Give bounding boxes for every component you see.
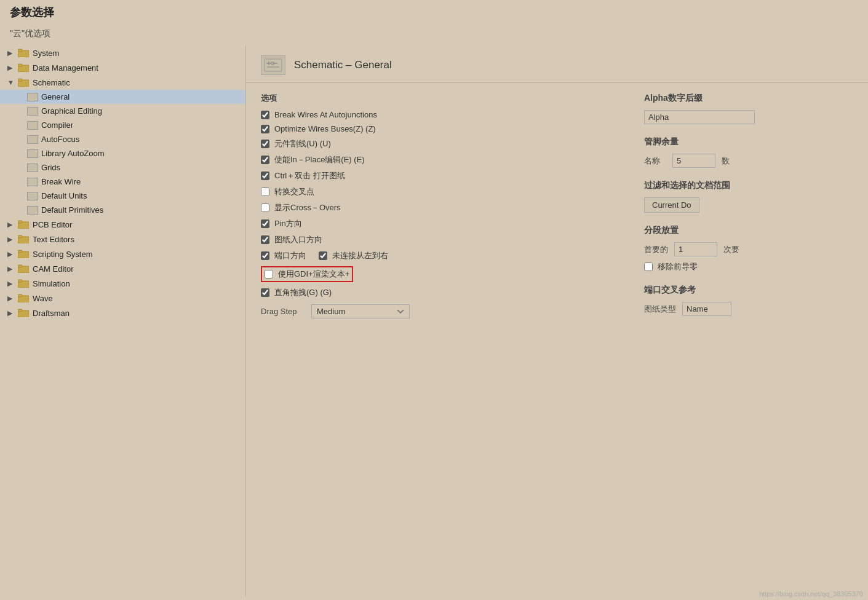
folder-icon <box>17 264 30 274</box>
page-icon <box>27 164 38 172</box>
straight-drag-checkbox[interactable] <box>261 288 269 297</box>
arrow-icon: ▶ <box>7 49 16 57</box>
checkbox-label: Break Wires At Autojunctions <box>274 110 377 119</box>
page-title: 参数选择 <box>0 0 868 25</box>
arrow-icon: ▶ <box>7 280 16 288</box>
sidebar-label: Default Primitives <box>41 205 103 215</box>
svg-rect-13 <box>18 265 22 267</box>
checkbox-label: 元件割线(U) (U) <box>274 138 331 149</box>
sidebar-item-default-units[interactable]: Default Units <box>0 189 245 203</box>
sidebar-item-graphical-editing[interactable]: Graphical Editing <box>0 104 245 118</box>
content-header: Schematic – General <box>246 45 868 83</box>
sidebar-item-compiler[interactable]: Compiler <box>0 118 245 132</box>
break-wires-checkbox[interactable] <box>261 111 269 119</box>
sidebar-item-draftsman[interactable]: ▶ Draftsman <box>0 306 245 320</box>
sidebar-label: Default Units <box>41 191 87 200</box>
checkbox-label: 使用GDI+渲染文本+ <box>278 269 349 280</box>
num-label: 数 <box>722 156 730 167</box>
checkbox-sheet-entry-direction: 图纸入口方向 <box>261 234 629 245</box>
sidebar-label: Wave <box>33 294 53 303</box>
checkbox-label: 图纸入口方向 <box>274 234 322 245</box>
checkbox-label: Pin方向 <box>274 218 302 229</box>
port-cross-ref-section: 端口交叉参考 图纸类型 <box>644 285 853 316</box>
component-cut-checkbox[interactable] <box>261 140 269 148</box>
svg-rect-15 <box>18 280 22 282</box>
sidebar-label: Data Management <box>33 63 98 73</box>
alpha-input[interactable] <box>644 110 755 124</box>
checkbox-component-cut: 元件割线(U) (U) <box>261 138 629 149</box>
sidebar-item-simulation[interactable]: ▶ Simulation <box>0 276 245 291</box>
current-doc-button[interactable]: Current Do <box>644 197 699 213</box>
page-icon <box>27 149 38 158</box>
sidebar-item-library-autozoom[interactable]: Library AutoZoom <box>0 146 245 160</box>
convert-crossover-checkbox[interactable] <box>261 188 269 196</box>
content-title: Schematic – General <box>294 59 392 71</box>
name-value-input[interactable] <box>672 154 715 168</box>
arrow-icon: ▶ <box>7 221 16 229</box>
show-cross-overs-checkbox[interactable] <box>261 203 269 212</box>
folder-icon <box>17 77 30 87</box>
checkbox-break-wires: Break Wires At Autojunctions <box>261 110 629 119</box>
checkbox-pin-direction: Pin方向 <box>261 218 629 229</box>
checkbox-straight-drag: 直角拖拽(G) (G) <box>261 287 629 298</box>
sidebar-item-autofocus[interactable]: AutoFocus <box>0 132 245 146</box>
content-area: Schematic – General 选项 Break Wires At Au… <box>246 45 868 596</box>
sidebar-item-wave[interactable]: ▶ Wave <box>0 291 245 306</box>
segment-primary-row: 首要的 次要 <box>644 242 853 256</box>
port-cross-ref-title: 端口交叉参考 <box>644 285 853 296</box>
checkbox-label: 使能In－Place编辑(E) (E) <box>274 154 365 165</box>
checkbox-label: Optimize Wires Buses(Z) (Z) <box>274 124 376 133</box>
checkbox-port-direction: 端口方向 <box>261 250 306 261</box>
svg-rect-11 <box>18 250 22 253</box>
port-direction-checkbox[interactable] <box>261 251 269 260</box>
pin-direction-checkbox[interactable] <box>261 219 269 228</box>
in-place-edit-checkbox[interactable] <box>261 156 269 164</box>
checkbox-label: 直角拖拽(G) (G) <box>274 287 332 298</box>
pin-margin-title: 管脚余量 <box>644 136 853 148</box>
sidebar-item-grids[interactable]: Grids <box>0 160 245 175</box>
sidebar-item-schematic[interactable]: ▼ Schematic <box>0 75 245 90</box>
chart-type-input[interactable] <box>682 302 731 316</box>
sidebar-label: AutoFocus <box>41 135 79 144</box>
arrow-icon: ▼ <box>7 79 16 86</box>
sidebar-item-break-wire[interactable]: Break Wire <box>0 175 245 189</box>
gdi-render-checkbox[interactable] <box>265 270 273 278</box>
sidebar-item-pcb-editor[interactable]: ▶ PCB Editor <box>0 217 245 232</box>
svg-rect-20 <box>265 59 282 71</box>
sidebar-item-system[interactable]: ▶ System <box>0 45 245 60</box>
sidebar-item-default-primitives[interactable]: Default Primitives <box>0 203 245 217</box>
content-body: 选项 Break Wires At Autojunctions Optimize… <box>246 83 868 338</box>
sidebar-item-cam-editor[interactable]: ▶ CAM Editor <box>0 261 245 276</box>
filter-title: 过滤和选择的文档范围 <box>644 180 853 191</box>
folder-icon <box>17 48 30 58</box>
folder-icon <box>17 293 30 303</box>
drag-step-label: Drag Step <box>261 307 304 316</box>
folder-icon <box>17 234 30 244</box>
page-icon <box>27 107 38 116</box>
sidebar-item-scripting-system[interactable]: ▶ Scripting System <box>0 247 245 261</box>
arrow-icon: ▶ <box>7 294 16 302</box>
right-column: Alpha数字后缀 管脚余量 名称 数 过滤和选择的文档范围 Current D… <box>644 93 853 328</box>
sidebar-item-general[interactable]: General <box>0 90 245 104</box>
sheet-entry-direction-checkbox[interactable] <box>261 235 269 244</box>
filter-section: 过滤和选择的文档范围 Current Do <box>644 180 853 213</box>
ctrl-dbl-click-checkbox[interactable] <box>261 172 269 180</box>
remove-leading-zero-row: 移除前导零 <box>644 261 853 272</box>
optimize-wires-checkbox[interactable] <box>261 125 269 133</box>
double-checkbox-row: 端口方向 未连接从左到右 <box>261 250 629 261</box>
primary-value-input[interactable] <box>674 242 717 256</box>
checkbox-optimize-wires: Optimize Wires Buses(Z) (Z) <box>261 124 629 133</box>
alpha-section: Alpha数字后缀 <box>644 93 853 124</box>
sidebar-label: Library AutoZoom <box>41 149 105 158</box>
unconnected-ltr-checkbox[interactable] <box>319 251 327 260</box>
sidebar-item-text-editors[interactable]: ▶ Text Editors <box>0 232 245 247</box>
drag-step-row: Drag Step Small Medium Large <box>261 304 629 318</box>
checkbox-ctrl-dbl-click: Ctrl＋双击 打开图纸 <box>261 170 629 181</box>
sidebar-item-data-management[interactable]: ▶ Data Management <box>0 60 245 75</box>
drag-step-select[interactable]: Small Medium Large <box>311 304 410 318</box>
options-section-label: 选项 <box>261 93 629 104</box>
sidebar-label: Grids <box>41 163 60 172</box>
remove-leading-zero-checkbox[interactable] <box>644 262 653 271</box>
chart-type-row: 图纸类型 <box>644 302 853 316</box>
arrow-icon: ▶ <box>7 309 16 317</box>
